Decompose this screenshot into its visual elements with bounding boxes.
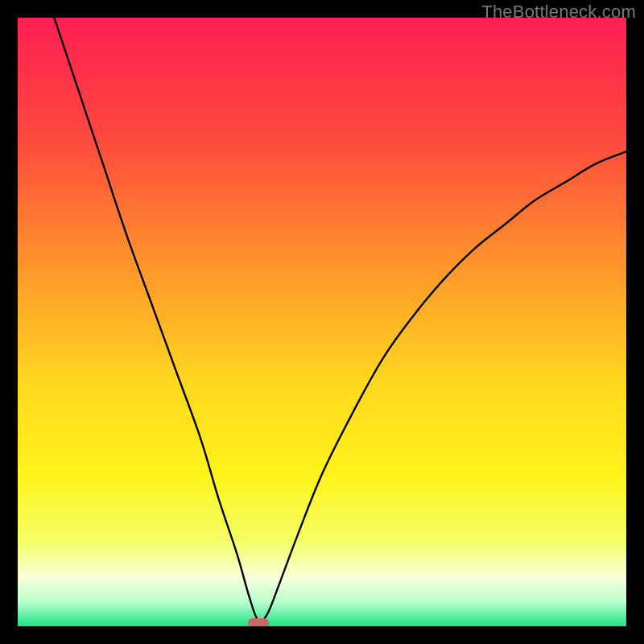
plot-area [18,18,626,626]
curve-layer [18,18,626,626]
bottleneck-curve [54,18,626,621]
watermark-text: TheBottleneck.com [481,2,636,23]
minimum-marker [248,618,269,626]
chart-frame: TheBottleneck.com [0,0,644,644]
